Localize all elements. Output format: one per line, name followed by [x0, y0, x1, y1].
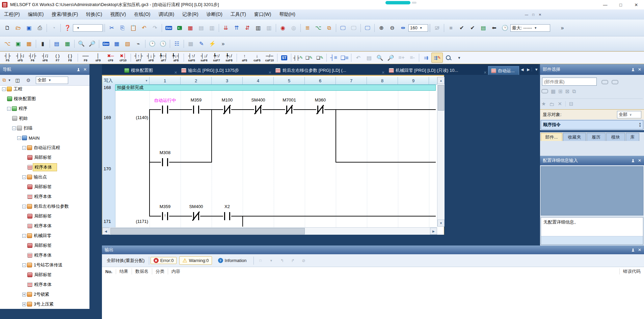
gear-icon[interactable]: ⚙: [23, 76, 34, 84]
pin-icon[interactable]: [632, 249, 635, 252]
monitor-window-icon[interactable]: 🖵: [338, 23, 348, 33]
cross-reference-icon[interactable]: ▤: [51, 39, 62, 49]
statement-edit-icon[interactable]: ❏✎: [314, 53, 325, 62]
program-edit-icon[interactable]: ✎: [196, 39, 207, 49]
find-replace-icon[interactable]: 🔎: [87, 39, 98, 49]
find-prev-icon[interactable]: [612, 80, 618, 86]
monitor-stop-icon[interactable]: ◎: [288, 23, 299, 33]
nc-contact[interactable]: [254, 105, 262, 114]
find-icon[interactable]: [541, 89, 548, 94]
hex-display-icon[interactable]: ▦: [185, 23, 196, 33]
tab-scroll-right-icon[interactable]: ▶: [525, 67, 531, 72]
tab-modules[interactable]: 模块: [606, 133, 625, 141]
contact-label[interactable]: 自动运行中: [154, 97, 176, 104]
tree-item[interactable]: -工程: [2, 85, 22, 93]
menu-diagnostics[interactable]: 诊断(D): [203, 9, 226, 20]
col-content[interactable]: 内容: [168, 268, 184, 274]
tab-auto-run-flow[interactable]: 自动运...: [488, 66, 519, 75]
tab-scroll-left-icon[interactable]: ◀: [519, 67, 525, 72]
no-contact[interactable]: [161, 105, 169, 114]
zoom-out-icon[interactable]: ⊖: [387, 23, 398, 33]
information-filter-button[interactable]: ? Information: [215, 257, 249, 264]
pulse-up-branch-button[interactable]: ╄↑┤aF7: [157, 52, 170, 63]
close-icon[interactable]: ✕: [638, 67, 641, 72]
tab-machine-home[interactable]: 机械回零 [PRG] [LD] (只读) 10...: [386, 66, 482, 75]
offline-icon[interactable]: ▩: [185, 39, 196, 49]
contact-label[interactable]: M359: [191, 97, 202, 103]
save-project-icon[interactable]: ▣: [24, 23, 34, 33]
window-cascade-icon[interactable]: ⧉: [324, 23, 334, 33]
expand-toggle[interactable]: -: [2, 87, 6, 91]
undo-icon[interactable]: ↶: [139, 23, 150, 33]
search-next-icon[interactable]: 🔎: [385, 53, 396, 62]
rising-edge-button[interactable]: ↑aF5: [238, 52, 251, 63]
device-tree-icon[interactable]: ⌥: [313, 23, 324, 33]
open-contact-button[interactable]: ┤├F5: [1, 52, 14, 63]
tab-list-icon[interactable]: ▼: [532, 67, 541, 71]
monitor-start-icon[interactable]: ◉: [277, 23, 288, 33]
device-display-icon[interactable]: 🖳: [432, 23, 442, 33]
expand-toggle[interactable]: -: [12, 126, 16, 130]
scrollbar-thumb[interactable]: [438, 85, 444, 111]
tab-library[interactable]: 库: [626, 133, 639, 141]
toolbar2-overflow-icon[interactable]: »: [218, 39, 229, 49]
col-result[interactable]: 结果: [116, 268, 132, 274]
watch2-icon[interactable]: 🕓: [158, 39, 168, 49]
output-options-icon[interactable]: ▼: [266, 256, 277, 265]
favorite-star-icon[interactable]: ★: [541, 101, 546, 107]
menu-record[interactable]: 记录(R): [178, 9, 202, 20]
device-grid-icon[interactable]: ▦: [111, 39, 122, 49]
step-back-icon[interactable]: ⬅: [489, 23, 500, 33]
doc-gen-icon[interactable]: ▤: [364, 53, 374, 62]
delete-icon[interactable]: ✕: [558, 101, 562, 107]
close-icon[interactable]: ✕: [638, 158, 641, 163]
tab-favorites[interactable]: 收藏夹: [563, 133, 586, 141]
print-icon[interactable]: ⎙: [34, 23, 45, 33]
menu-edit[interactable]: 编辑(E): [24, 9, 48, 20]
help-icon[interactable]: ❓: [62, 23, 73, 33]
scrollbar-thumb[interactable]: [110, 228, 305, 234]
tree-item[interactable]: -扫描: [12, 124, 32, 133]
application-instruction-button[interactable]: { }F8: [64, 52, 76, 63]
watch-register-icon[interactable]: ≣: [302, 23, 313, 33]
vertical-scrollbar[interactable]: ▲ ▼: [437, 77, 445, 227]
output-message-list[interactable]: [102, 276, 644, 319]
collapse-all-icon[interactable]: ◫: [12, 76, 23, 84]
device-assign-icon[interactable]: ⌁: [133, 39, 144, 49]
write-to-plc-icon[interactable]: ⇊: [220, 23, 231, 33]
chip-icon[interactable]: ▮: [37, 39, 48, 49]
tree-display-icon[interactable]: ⧉▼: [1, 76, 12, 84]
tree-item[interactable]: +2号锁紧: [22, 290, 49, 299]
note-list-icon[interactable]: ┤≡: [328, 53, 339, 62]
display-target-combo[interactable]: 全部 ∨: [617, 111, 641, 118]
vertical-line-button[interactable]: │sF9: [92, 52, 104, 63]
hex-edit-icon[interactable]: ▦: [24, 39, 34, 49]
view-selector-combo[interactable]: ▼: [73, 24, 103, 32]
pulse-down-button[interactable]: ┤↓├sF8: [145, 52, 157, 63]
max-step-combo[interactable]: 最大: ------ ▼: [510, 24, 550, 32]
horizontal-line-button[interactable]: ──F9: [79, 52, 92, 63]
expand-toggle[interactable]: -: [7, 107, 11, 111]
col-category[interactable]: 分类: [152, 268, 168, 274]
find-next-icon[interactable]: [601, 80, 608, 86]
no-contact[interactable]: [192, 105, 200, 114]
maximize-button[interactable]: □: [613, 0, 628, 9]
nc-contact[interactable]: [285, 105, 293, 114]
edit-ladder-icon[interactable]: ┤├✎: [293, 53, 303, 62]
next-message-icon[interactable]: ↱: [288, 256, 298, 265]
tree-item-selected[interactable]: 程序本体: [27, 163, 57, 172]
device-memory-icon[interactable]: Dev: [163, 23, 174, 33]
copy-parts-icon[interactable]: ⧉: [572, 88, 576, 94]
pulse-not-down-branch-button[interactable]: ╄↓/saF8: [223, 52, 235, 63]
instruction-category-row[interactable]: 顺序指令 ∧∨: [541, 120, 643, 129]
tree-item[interactable]: 局部标签: [27, 182, 52, 191]
contact-label[interactable]: SM400: [251, 97, 265, 103]
col-no[interactable]: No.: [102, 269, 116, 274]
expand-toggle[interactable]: -: [22, 205, 26, 208]
tab-output-point[interactable]: 输出点 [PRG] [LD] 1375步: [179, 66, 267, 75]
watch1-icon[interactable]: 🕑: [147, 39, 158, 49]
ladder-editor[interactable]: 写入 ▼ 1 2 3 4 5 6 7 8 9 168 拍摄全部完成: [102, 75, 444, 235]
menu-view[interactable]: 视图(V): [106, 9, 130, 20]
global-list-icon[interactable]: ▦: [551, 88, 556, 94]
expand-toggle[interactable]: +: [22, 293, 26, 296]
